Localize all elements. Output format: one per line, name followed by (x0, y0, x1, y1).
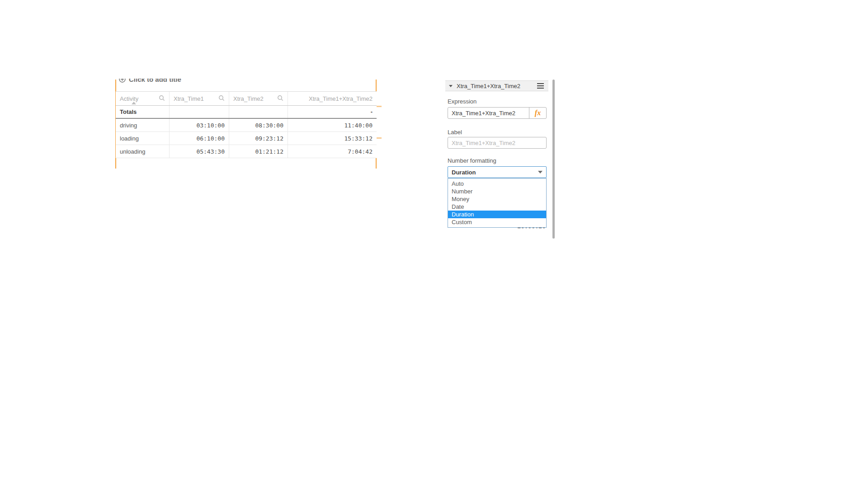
column-header-activity[interactable]: Activity (116, 92, 170, 105)
column-header-xtra-time2[interactable]: Xtra_Time2 (229, 92, 288, 105)
panel-section-title: Xtra_Time1+Xtra_Time2 (457, 83, 536, 89)
cell-xtra-time2: 01:21:12 (229, 145, 288, 158)
chevron-down-icon (449, 85, 453, 87)
cell-xtra-time1: 05:43:30 (170, 145, 229, 158)
totals-value-cell: - (288, 106, 377, 118)
dropdown-option-number[interactable]: Number (448, 188, 546, 195)
app-canvas: Click to add title Activity Xtra_Time1 X… (0, 0, 868, 488)
dropdown-option-auto[interactable]: Auto (448, 180, 546, 188)
column-header-label: Activity (120, 95, 138, 102)
totals-label-cell: Totals (116, 106, 170, 118)
chevron-down-icon (538, 171, 542, 174)
chart-title-placeholder[interactable]: Click to add title (119, 79, 255, 86)
column-header-label: Xtra_Time1 (174, 95, 204, 102)
panel-section-header[interactable]: Xtra_Time1+Xtra_Time2 (445, 80, 548, 91)
column-header-xtra-time1[interactable]: Xtra_Time1 (170, 92, 229, 105)
selection-handle-tick (377, 106, 382, 107)
table-header-row: Activity Xtra_Time1 Xtra_Time2 Xtra_Ti (116, 92, 377, 106)
cell-sum: 7:04:42 (288, 145, 377, 158)
selection-handle-tick (377, 137, 382, 139)
selected-format: Duration (452, 169, 538, 176)
straight-table: Activity Xtra_Time1 Xtra_Time2 Xtra_Ti (116, 91, 377, 158)
cell-xtra-time2: 08:30:00 (229, 119, 288, 131)
table-row: unloading 05:43:30 01:21:12 7:04:42 (116, 145, 377, 158)
dropdown-option-money[interactable]: Money (448, 195, 546, 203)
totals-value-cell (229, 106, 288, 118)
dropdown-option-duration[interactable]: Duration (448, 211, 546, 218)
fx-icon: fx (535, 109, 541, 117)
dropdown-option-custom[interactable]: Custom (448, 218, 546, 226)
cell-xtra-time1: 06:10:00 (170, 132, 229, 145)
cell-activity[interactable]: unloading (116, 145, 170, 158)
cell-activity[interactable]: driving (116, 119, 170, 131)
chart-title-text: Click to add title (129, 79, 181, 83)
totals-row: Totals - (116, 106, 377, 119)
table-row: driving 03:10:00 08:30:00 11:40:00 (116, 119, 377, 132)
sort-ascending-icon (132, 102, 136, 104)
hamburger-menu-icon[interactable] (536, 82, 545, 89)
search-icon[interactable] (277, 95, 283, 103)
search-icon[interactable] (159, 95, 165, 103)
number-formatting-label: Number formatting (448, 157, 496, 164)
circle-plus-icon (119, 79, 126, 83)
column-header-label: Xtra_Time1+Xtra_Time2 (309, 95, 373, 102)
expression-label: Expression (448, 98, 476, 105)
label-input[interactable] (448, 137, 547, 149)
expression-field-group: fx (448, 107, 547, 119)
search-icon[interactable] (218, 95, 225, 103)
table-row: loading 06:10:00 09:23:12 15:33:12 (116, 132, 377, 145)
fx-expression-editor-button[interactable]: fx (529, 108, 546, 118)
dropdown-option-date[interactable]: Date (448, 203, 546, 211)
label-field-label: Label (448, 129, 462, 136)
cell-xtra-time2: 09:23:12 (229, 132, 288, 145)
column-header-label: Xtra_Time2 (233, 95, 264, 102)
panel-scrollbar[interactable] (552, 80, 555, 239)
cell-sum: 15:33:12 (288, 132, 377, 145)
number-formatting-select[interactable]: Duration (448, 166, 547, 178)
column-header-sum[interactable]: Xtra_Time1+Xtra_Time2 (288, 92, 377, 105)
number-formatting-dropdown: Auto Number Money Date Duration Custom (448, 178, 547, 228)
expression-input[interactable] (448, 108, 529, 118)
cell-activity[interactable]: loading (116, 132, 170, 145)
cell-xtra-time1: 03:10:00 (170, 119, 229, 131)
cell-sum: 11:40:00 (288, 119, 377, 131)
totals-value-cell (170, 106, 229, 118)
